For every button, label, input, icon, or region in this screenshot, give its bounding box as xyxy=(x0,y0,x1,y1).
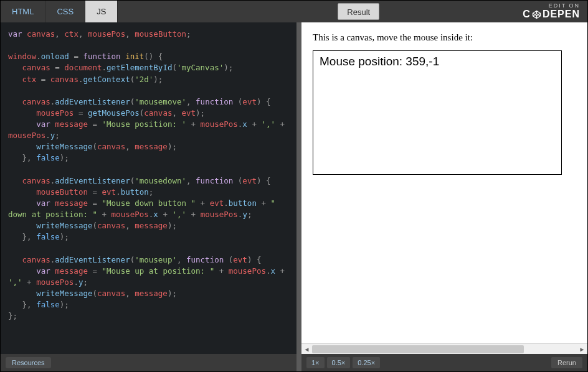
resources-button[interactable]: Resources xyxy=(6,357,51,368)
zoom-025x-button[interactable]: 0.25× xyxy=(353,357,380,368)
codepen-logo: CDEPEN xyxy=(523,9,580,20)
result-pane: This is a canvas, move the mouse inside … xyxy=(301,22,587,371)
tab-js[interactable]: JS xyxy=(85,1,118,22)
zoom-05x-button[interactable]: 0.5× xyxy=(327,357,351,368)
rerun-button[interactable]: Rerun xyxy=(551,357,582,368)
scroll-left-icon[interactable]: ◄ xyxy=(301,344,312,355)
editor-pane: var canvas, ctx, mousePos, mouseButton; … xyxy=(1,22,296,371)
code-editor[interactable]: var canvas, ctx, mousePos, mouseButton; … xyxy=(1,22,296,354)
split-content: var canvas, ctx, mousePos, mouseButton; … xyxy=(1,22,587,371)
cube-icon xyxy=(532,10,541,19)
horizontal-scrollbar[interactable]: ◄ ► xyxy=(301,343,587,354)
scroll-right-icon[interactable]: ► xyxy=(577,344,587,355)
app-frame: HTML CSS JS Result EDIT ON CDEPEN var ca… xyxy=(0,0,588,372)
brand-area[interactable]: EDIT ON CDEPEN xyxy=(523,1,587,22)
editor-tabs: HTML CSS JS xyxy=(1,1,118,22)
top-bar: HTML CSS JS Result EDIT ON CDEPEN xyxy=(1,1,587,22)
result-footer: 1× 0.5× 0.25× Rerun xyxy=(301,354,587,371)
scroll-track[interactable] xyxy=(312,344,577,354)
scroll-thumb[interactable] xyxy=(312,345,524,353)
tab-css[interactable]: CSS xyxy=(45,1,85,22)
pane-splitter[interactable] xyxy=(296,22,301,371)
result-iframe[interactable]: This is a canvas, move the mouse inside … xyxy=(301,22,587,343)
edit-on-label: EDIT ON xyxy=(523,3,580,9)
canvas-element[interactable]: Mouse position: 359,-1 xyxy=(313,50,562,175)
editor-footer: Resources xyxy=(1,354,296,371)
zoom-1x-button[interactable]: 1× xyxy=(306,357,325,368)
result-button[interactable]: Result xyxy=(338,3,379,20)
tab-html[interactable]: HTML xyxy=(1,1,45,22)
result-intro-text: This is a canvas, move the mouse inside … xyxy=(313,32,576,43)
